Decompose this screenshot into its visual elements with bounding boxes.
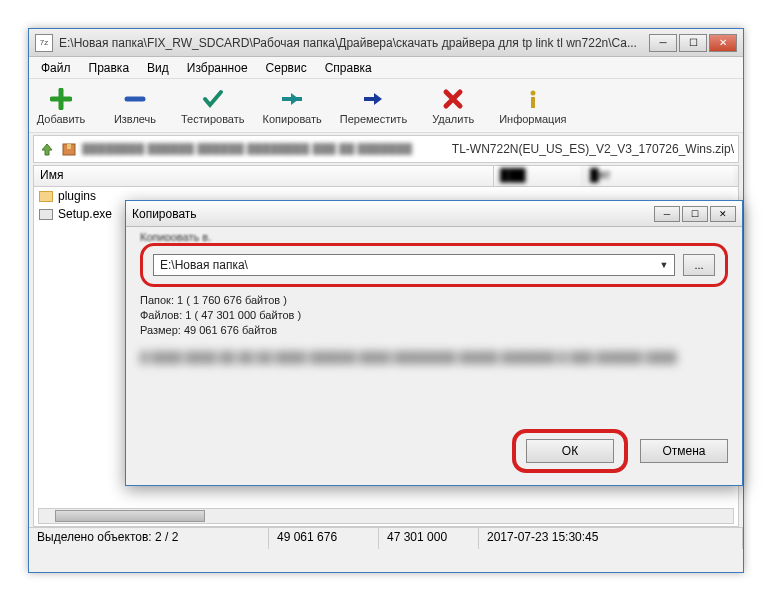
menu-tools[interactable]: Сервис [258, 59, 315, 77]
dialog-close-button[interactable]: ✕ [710, 206, 736, 222]
dialog-info: Папок: 1 ( 1 760 676 байтов ) Файлов: 1 … [140, 293, 728, 338]
folder-icon [38, 189, 54, 203]
dialog-blurred-text: █ ████ ████ ██ ██ ██ ████ ██████ ████ ██… [140, 350, 728, 404]
up-icon[interactable] [38, 140, 56, 158]
path-highlight: E:\Новая папка\ ▼ ... [140, 243, 728, 287]
extract-button[interactable]: Извлечь [107, 87, 163, 125]
close-button[interactable]: ✕ [709, 34, 737, 52]
info-label: Информация [499, 113, 566, 125]
file-name: plugins [58, 189, 96, 203]
menu-file[interactable]: Файл [33, 59, 79, 77]
address-path-blur: ████████ ██████ ██████ ████████ ███ ██ █… [82, 143, 448, 155]
maximize-button[interactable]: ☐ [679, 34, 707, 52]
arrow-right-copy-icon [280, 87, 304, 111]
add-label: Добавить [37, 113, 86, 125]
copy-button[interactable]: Копировать [263, 87, 322, 125]
file-name: Setup.exe [58, 207, 112, 221]
scroll-thumb[interactable] [55, 510, 205, 522]
dialog-window-controls: ─ ☐ ✕ [654, 206, 736, 222]
destination-path-input[interactable]: E:\Новая папка\ ▼ [153, 254, 675, 276]
minus-icon [123, 87, 147, 111]
info-size: Размер: 49 061 676 байтов [140, 323, 728, 338]
status-size2: 47 301 000 [379, 528, 479, 549]
arrow-right-icon [361, 87, 385, 111]
svg-rect-3 [67, 144, 71, 149]
ok-highlight: ОК [512, 429, 628, 473]
ok-button[interactable]: ОК [526, 439, 614, 463]
col-date-blur[interactable]: █ят [584, 166, 738, 186]
titlebar: 7z E:\Новая папка\FIX_RW_SDCARD\Рабочая … [29, 29, 743, 57]
status-size1: 49 061 676 [269, 528, 379, 549]
menu-view[interactable]: Вид [139, 59, 177, 77]
horizontal-scrollbar[interactable] [38, 508, 734, 524]
app-icon: 7z [35, 34, 53, 52]
plus-icon [49, 87, 73, 111]
status-date: 2017-07-23 15:30:45 [479, 528, 743, 549]
window-controls: ─ ☐ ✕ [649, 34, 737, 52]
test-button[interactable]: Тестировать [181, 87, 245, 125]
menu-edit[interactable]: Правка [81, 59, 138, 77]
dialog-buttons: ОК Отмена [512, 429, 728, 473]
delete-button[interactable]: Удалить [425, 87, 481, 125]
toolbar: Добавить Извлечь Тестировать Копировать … [29, 79, 743, 133]
status-selected: Выделено объектов: 2 / 2 [29, 528, 269, 549]
statusbar: Выделено объектов: 2 / 2 49 061 676 47 3… [29, 527, 743, 549]
extract-label: Извлечь [114, 113, 156, 125]
cancel-button[interactable]: Отмена [640, 439, 728, 463]
address-bar[interactable]: ████████ ██████ ██████ ████████ ███ ██ █… [33, 135, 739, 163]
dialog-titlebar: Копировать ─ ☐ ✕ [126, 201, 742, 227]
menu-favorites[interactable]: Избранное [179, 59, 256, 77]
address-filename: TL-WN722N(EU_US_ES)_V2_V3_170726_Wins.zi… [452, 142, 734, 156]
move-button[interactable]: Переместить [340, 87, 407, 125]
info-folders: Папок: 1 ( 1 760 676 байтов ) [140, 293, 728, 308]
test-label: Тестировать [181, 113, 245, 125]
delete-label: Удалить [432, 113, 474, 125]
col-name[interactable]: Имя [34, 166, 494, 186]
info-icon [521, 87, 545, 111]
browse-button[interactable]: ... [683, 254, 715, 276]
dialog-title: Копировать [132, 207, 654, 221]
minimize-button[interactable]: ─ [649, 34, 677, 52]
exe-icon [38, 207, 54, 221]
svg-point-0 [530, 90, 535, 95]
copy-to-label: Копировать в. [140, 231, 728, 241]
menu-help[interactable]: Справка [317, 59, 380, 77]
svg-rect-1 [531, 97, 535, 108]
col-size-blur[interactable]: ███ [494, 166, 584, 186]
archive-icon [60, 140, 78, 158]
copy-label: Копировать [263, 113, 322, 125]
menubar: Файл Правка Вид Избранное Сервис Справка [29, 57, 743, 79]
chevron-down-icon[interactable]: ▼ [656, 257, 672, 273]
info-button[interactable]: Информация [499, 87, 566, 125]
list-header: Имя ███ █ят [33, 165, 739, 187]
destination-path-value: E:\Новая папка\ [160, 258, 248, 272]
copy-dialog: Копировать ─ ☐ ✕ Копировать в. E:\Новая … [125, 200, 743, 486]
add-button[interactable]: Добавить [33, 87, 89, 125]
dialog-maximize-button[interactable]: ☐ [682, 206, 708, 222]
x-icon [441, 87, 465, 111]
info-files: Файлов: 1 ( 47 301 000 байтов ) [140, 308, 728, 323]
check-icon [201, 87, 225, 111]
move-label: Переместить [340, 113, 407, 125]
dialog-body: Копировать в. E:\Новая папка\ ▼ ... Папо… [126, 227, 742, 408]
dialog-minimize-button[interactable]: ─ [654, 206, 680, 222]
window-title: E:\Новая папка\FIX_RW_SDCARD\Рабочая пап… [59, 36, 649, 50]
